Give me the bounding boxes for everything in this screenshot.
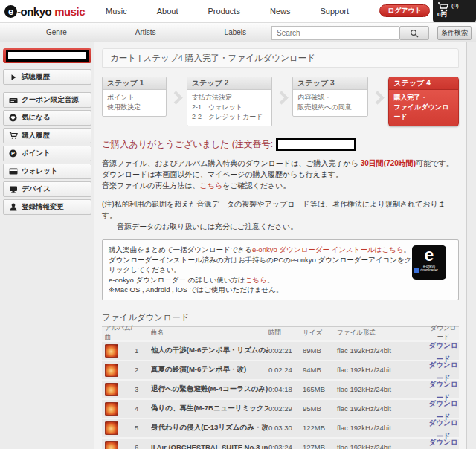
track-time: 0:02:21	[268, 346, 303, 355]
step-2-line: 2-2 クレジットカード	[192, 112, 267, 122]
e-onkyo-logo-icon: e	[4, 5, 17, 18]
sidebar-item-label: クーポン限定音源	[22, 95, 79, 105]
downloader-icon-caption: downloader	[420, 268, 437, 272]
step-2-title: ステップ 2	[187, 77, 271, 90]
search-input[interactable]	[271, 26, 399, 40]
track-size: 165MB	[303, 385, 337, 393]
step-4-line: 購入完了・	[393, 93, 454, 103]
track-format: flac 192kHz/24bit	[337, 404, 428, 413]
file-download-section-title: ファイルダウンロード	[102, 309, 459, 327]
table-header: アルバム/曲 曲名 時間 サイズ ファイル形式 ダウンロード	[102, 327, 459, 340]
track-time: 0:02:29	[268, 404, 303, 413]
svg-text:P: P	[11, 150, 15, 157]
username-redacted	[3, 48, 91, 63]
note-text: 音源データのお取り扱いには充分にご注意ください。	[102, 221, 459, 232]
search-button[interactable]	[399, 26, 429, 40]
sidebar-item-coupon-audio[interactable]: クーポン限定音源	[3, 92, 91, 108]
dlbox-os-note: ※Mac OS , Android , iOS ではご使用いただけません。	[109, 285, 412, 295]
track-format: flac 192kHz/24bit	[337, 443, 428, 449]
e-onkyo-downloader-icon[interactable]: e e-onkyo downloader	[412, 245, 446, 280]
downloader-info-box: 購入楽曲をまとめて一括ダウンロードできるe-onkyo ダウンローダー インスト…	[102, 239, 459, 300]
playback-help-link[interactable]: こちら	[199, 181, 222, 190]
cart-button[interactable]: (0) 0円	[433, 0, 476, 22]
sidebar-item-points[interactable]: P ポイント	[3, 146, 91, 161]
sidebar: 試聴履歴 クーポン限定音源 気になる 購入履歴	[0, 42, 94, 449]
logout-button[interactable]: ログアウト	[379, 4, 430, 17]
col-album-track: アルバム/曲	[102, 324, 135, 342]
nav-news[interactable]: News	[270, 7, 291, 16]
sidebar-item-purchase-history[interactable]: 購入履歴	[3, 128, 91, 143]
step-arrow-icon	[371, 91, 385, 104]
order-number-redacted	[276, 138, 356, 151]
nav-artists[interactable]: Artists	[135, 28, 156, 36]
step-2: ステップ 2 支払方法決定 2-1 ウォレット 2-2 クレジットカード	[187, 77, 272, 126]
purchase-thanks-message: ご購入ありがとうございました (注文番号:	[102, 138, 459, 151]
cart-item-count: (0)	[451, 2, 459, 9]
track-number: 3	[135, 385, 151, 393]
track-time: 0:03:24	[268, 443, 303, 449]
sidebar-item-favorites[interactable]: 気になる	[3, 110, 91, 126]
nav-about[interactable]: About	[157, 7, 178, 16]
track-row: 4 偽りの、再生(M-7Bニューリミックス) 0:02:29 95MB flac…	[102, 400, 459, 418]
track-number: 4	[135, 404, 151, 413]
dlbox-text: 。	[404, 245, 411, 253]
sidebar-item-label: ウォレット	[22, 167, 58, 176]
redaction-box	[6, 50, 89, 62]
downloader-usage-link[interactable]: こちら	[245, 276, 267, 284]
sidebar-item-wallet[interactable]: ウォレット	[3, 164, 91, 179]
track-size: 89MB	[303, 346, 337, 355]
wallet-icon	[7, 168, 19, 175]
download-link[interactable]: ダウンロード	[429, 438, 458, 449]
track-title: 真夏の終演(M-6テンポ早・改)	[151, 365, 268, 375]
track-number: 2	[135, 366, 151, 374]
e-onkyo-logo[interactable]: e -onkyo music	[4, 5, 85, 18]
track-title: 身代わりの侵入(E-13リズムのみ・改)	[151, 423, 268, 433]
main-nav: Music About Products News Support	[106, 7, 349, 16]
note-text: (注)私的利用の範囲を超えた音源データの複製やアップロード等は、著作権法により規…	[102, 198, 459, 221]
album-art	[105, 344, 118, 358]
track-title: 退行への緊急避難(M-4コーラスのみ)	[151, 384, 268, 394]
sub-nav: Genre Artists Labels 条件検索	[0, 22, 476, 42]
sidebar-item-account-settings[interactable]: 登録情報変更	[3, 199, 91, 215]
advanced-search-button[interactable]: 条件検索	[437, 26, 472, 40]
sidebar-item-devices[interactable]: デバイス	[3, 181, 91, 197]
sidebar-item-label: ポイント	[22, 149, 51, 158]
track-title: II Air (ORCHESTRAL SUITE No.3 in D Ma	[151, 443, 268, 449]
nav-music[interactable]: Music	[106, 7, 127, 16]
cart-amount: 0円	[437, 10, 473, 19]
content: 試聴履歴 クーポン限定音源 気になる 購入履歴	[0, 42, 476, 449]
track-format: flac 192kHz/24bit	[337, 346, 428, 355]
col-title: 曲名	[151, 329, 268, 337]
step-3-line: 内容確認・	[298, 93, 363, 103]
col-size: サイズ	[303, 329, 337, 337]
sidebar-item-listening-history[interactable]: 試聴履歴	[3, 69, 91, 85]
step-2-line: 支払方法決定	[192, 93, 267, 103]
album-art	[105, 402, 118, 416]
nav-products[interactable]: Products	[208, 7, 240, 16]
step-4-title: ステップ 4	[389, 77, 458, 90]
checkout-steps: ステップ 1 ポイント 使用数決定 ステップ 2 支払方法決定 2-1 ウォレッ…	[102, 77, 459, 126]
user-icon	[7, 203, 19, 211]
downloader-icon-letter: e	[425, 245, 434, 265]
nav-support[interactable]: Support	[320, 7, 349, 16]
track-format: flac 192kHz/24bit	[337, 366, 428, 374]
album-art	[105, 383, 118, 396]
track-title: 他人の干渉(M-6テンポ早・リズムのみ)	[151, 346, 268, 355]
download-info: 音源ファイル、およびアルバム購入特典のダウンロードは、ご購入完了から 30日間(…	[102, 158, 459, 191]
nav-genre[interactable]: Genre	[46, 28, 67, 36]
cart-icon	[7, 132, 19, 140]
info-text: 可能です。	[416, 159, 453, 167]
col-time: 時間	[268, 329, 303, 337]
dlbox-text: ダウンローダーインストール済みの方はお手持ちのPCのe-onkyo ダウンローダ…	[109, 255, 412, 275]
logo-text-music: music	[54, 5, 85, 18]
track-time: 0:02:24	[268, 366, 303, 374]
track-title: 偽りの、再生(M-7Bニューリミックス)	[151, 404, 268, 413]
track-size: 95MB	[303, 404, 337, 413]
heart-icon	[7, 114, 19, 122]
step-3: ステップ 3 内容確認・ 販売規約への同意	[292, 77, 368, 117]
downloader-install-link[interactable]: e-onkyo ダウンローダー インストールはこちら	[252, 245, 404, 253]
track-row: 6 II Air (ORCHESTRAL SUITE No.3 in D Ma …	[102, 439, 459, 449]
dlbox-text: 購入楽曲をまとめて一括ダウンロードできる	[109, 245, 252, 253]
download-period: 30日間(720時間)	[361, 159, 416, 167]
nav-labels[interactable]: Labels	[225, 28, 246, 36]
